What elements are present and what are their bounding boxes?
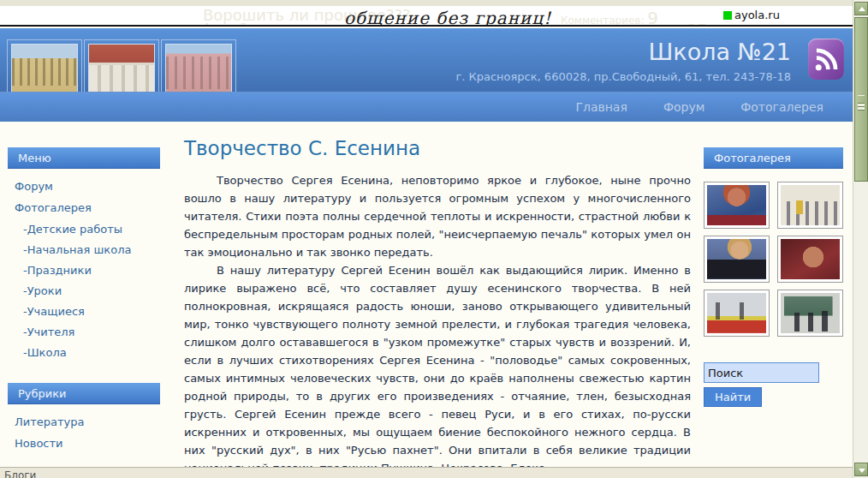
gallery-thumb-1-image — [707, 185, 766, 225]
scrollbar-thumb[interactable] — [854, 17, 868, 182]
main-content: Творчество С. Есенина Творчество Сергея … — [184, 122, 691, 478]
rubrics-section-header: Рубрики — [8, 383, 160, 404]
menu-link-children-works[interactable]: -Детские работы — [23, 223, 122, 236]
menu-link-lessons[interactable]: -Уроки — [23, 284, 62, 297]
rubric-item-literature: Литература — [15, 415, 160, 428]
scroll-up-button[interactable] — [854, 2, 868, 15]
menu-item-lessons: -Уроки — [15, 284, 160, 297]
footer-partial-text: Блоги — [4, 469, 36, 478]
host-slogan: общение без границ! — [344, 8, 551, 27]
search-input[interactable] — [704, 362, 819, 383]
article-body: Творчество Сергея Есенина, неповторимо я… — [184, 171, 691, 478]
gallery-thumb-5-image — [707, 293, 766, 333]
faded-topic-author: Автор: Лампа — [204, 21, 271, 27]
menu-item-primary-school: -Начальная школа — [15, 243, 160, 256]
menu-item-teachers: -Учителя — [15, 326, 160, 338]
host-link-label: ayola.ru — [734, 9, 780, 21]
right-sidebar: Фотогалерея Найти — [704, 122, 843, 407]
rubric-link-literature[interactable]: Литература — [15, 415, 85, 428]
faded-rating: Рейтинг: 85 — [635, 20, 708, 27]
scrollbar-grip-icon — [858, 95, 865, 104]
rss-glyph-icon — [814, 48, 838, 72]
menu-link-school[interactable]: -Школа — [23, 346, 67, 359]
menu-section-header: Меню — [8, 147, 160, 169]
scroll-up-arrow-icon — [859, 7, 865, 11]
rss-icon[interactable] — [808, 39, 844, 80]
gallery-thumb-1[interactable] — [704, 182, 770, 229]
host-logo-icon — [723, 11, 732, 20]
rubric-link-news[interactable]: Новости — [15, 437, 63, 450]
host-banner: Ворошить ли прошлое??? Автор: Лампа обще… — [0, 0, 853, 27]
article-paragraph-2: В нашу литературу Сергей Есенин вошёл ка… — [184, 261, 691, 477]
article-paragraph-1: Творчество Сергея Есенина, неповторимо я… — [184, 171, 691, 261]
rubric-item-news: Новости — [15, 437, 160, 450]
menu-list: Форум Фотогалерея -Детские работы -Начал… — [8, 180, 160, 359]
menu-item-forum: Форум — [15, 180, 160, 193]
gallery-thumb-2[interactable] — [777, 182, 843, 229]
gallery-section-header: Фотогалерея — [704, 147, 843, 169]
nav-forum[interactable]: Форум — [663, 100, 705, 114]
faded-rating-value: 85 — [686, 20, 707, 27]
menu-item-students: -Учащиеся — [15, 305, 160, 318]
nav-home[interactable]: Главная — [575, 100, 627, 114]
menu-item-school: -Школа — [15, 346, 160, 359]
left-sidebar: Меню Форум Фотогалерея -Детские работы -… — [8, 122, 160, 478]
menu-link-students[interactable]: -Учащиеся — [23, 305, 85, 318]
menu-item-holidays: -Праздники — [15, 264, 160, 277]
vertical-scrollbar[interactable] — [853, 0, 868, 478]
gallery-thumb-4[interactable] — [777, 236, 843, 283]
menu-item-gallery: Фотогалерея — [15, 201, 160, 214]
scroll-down-button[interactable] — [854, 463, 868, 476]
scroll-down-arrow-icon — [859, 469, 865, 473]
gallery-thumb-6[interactable] — [777, 290, 843, 337]
site-title-block: Школа №21 г. Красноярск, 660028, пр.Своб… — [455, 39, 791, 83]
gallery-thumb-5[interactable] — [704, 290, 770, 337]
gallery-thumb-3-image — [707, 239, 766, 279]
page: Ворошить ли прошлое??? Автор: Лампа обще… — [0, 0, 868, 478]
main-nav: Главная Форум Фотогалерея — [0, 92, 853, 122]
search-box: Найти — [704, 362, 843, 407]
site-title: Школа №21 — [455, 39, 791, 65]
gallery-thumb-3[interactable] — [704, 236, 770, 283]
gallery-thumb-6-image — [781, 293, 840, 333]
nav-gallery[interactable]: Фотогалерея — [740, 100, 823, 114]
menu-link-primary-school[interactable]: -Начальная школа — [23, 243, 131, 256]
menu-item-children-works: -Детские работы — [15, 223, 160, 236]
search-button[interactable]: Найти — [704, 387, 762, 407]
footer-strip: Блоги — [0, 467, 853, 478]
host-link[interactable]: ayola.ru — [723, 9, 780, 21]
menu-link-holidays[interactable]: -Праздники — [23, 264, 92, 277]
site-address: г. Красноярск, 660028, пр.Свободный, 61,… — [455, 70, 791, 83]
menu-link-teachers[interactable]: -Учителя — [23, 326, 74, 338]
menu-link-forum[interactable]: Форум — [15, 180, 53, 193]
article-title: Творчество С. Есенина — [184, 137, 691, 159]
rubrics-list: Литература Новости — [8, 415, 160, 450]
menu-link-gallery[interactable]: Фотогалерея — [15, 201, 92, 214]
gallery-thumb-grid — [704, 182, 843, 337]
gallery-thumb-4-image — [781, 239, 840, 279]
site-header: Школа №21 г. Красноярск, 660028, пр.Своб… — [0, 28, 853, 92]
gallery-thumb-2-image — [781, 185, 840, 225]
